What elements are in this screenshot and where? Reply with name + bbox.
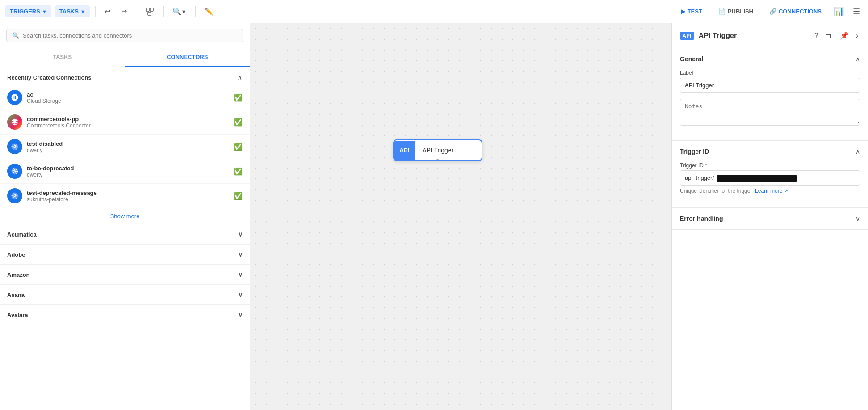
- triggers-button[interactable]: TRIGGERS ▼: [5, 5, 51, 17]
- trigger-id-section: Trigger ID ∧ Trigger ID * api_trigger/ U…: [672, 141, 868, 208]
- settings-button[interactable]: ✏️: [201, 4, 217, 18]
- category-avalara[interactable]: Avalara ∨: [0, 305, 250, 325]
- panel-title: API Trigger: [699, 32, 808, 40]
- chevron-down-icon: ∨: [238, 251, 243, 258]
- connection-sub: qwerty: [27, 172, 229, 178]
- tab-connectors[interactable]: CONNECTORS: [125, 48, 250, 67]
- undo-button[interactable]: ↩: [101, 4, 114, 18]
- general-title: General: [680, 55, 703, 63]
- category-label: Acumatica: [7, 231, 37, 238]
- separator-1: [95, 6, 96, 17]
- trigger-id-row: api_trigger/: [680, 170, 860, 186]
- recently-created-header[interactable]: Recently Created Connections ∧: [0, 67, 250, 85]
- main-layout: 🔍 TASKS CONNECTORS Recently Created Conn…: [0, 23, 868, 410]
- connection-name: test-deprecated-message: [27, 190, 229, 196]
- trigger-id-value: [717, 171, 860, 185]
- list-item[interactable]: ac Cloud Storage ✅: [0, 85, 250, 110]
- show-more-link[interactable]: Show more: [0, 208, 250, 224]
- publish-label: PUBLISH: [728, 8, 753, 15]
- status-badge: ✅: [234, 93, 243, 102]
- publish-icon: 📄: [718, 8, 725, 15]
- category-asana[interactable]: Asana ∨: [0, 285, 250, 305]
- recently-created-title: Recently Created Connections: [7, 74, 92, 81]
- connection-icon-ac: [7, 90, 22, 105]
- label-input[interactable]: [680, 78, 860, 93]
- wand-icon: ✏️: [205, 7, 214, 16]
- category-amazon[interactable]: Amazon ∨: [0, 265, 250, 285]
- test-button[interactable]: ▶ TEST: [675, 5, 709, 17]
- chevron-down-icon: ∨: [238, 291, 243, 298]
- layout-button[interactable]: [142, 4, 158, 19]
- error-handling-header[interactable]: Error handling ∨: [672, 208, 868, 229]
- trigger-id-header[interactable]: Trigger ID ∧: [672, 141, 868, 162]
- connection-name: commercetools-pp: [27, 116, 229, 123]
- connection-icon-commercetools: [7, 114, 22, 130]
- analytics-button[interactable]: 📊: [831, 5, 847, 18]
- category-adobe[interactable]: Adobe ∨: [0, 245, 250, 265]
- redo-button[interactable]: ↪: [117, 4, 130, 18]
- sidebar: 🔍 TASKS CONNECTORS Recently Created Conn…: [0, 23, 250, 410]
- api-trigger-badge: API: [394, 141, 415, 160]
- trigger-id-masked: [717, 175, 797, 182]
- separator-3: [163, 6, 164, 17]
- right-panel: API API Trigger ? 🗑 📌 › General ∧ Label: [671, 23, 868, 410]
- panel-header-icons: ? 🗑 📌 ›: [813, 30, 860, 41]
- connection-name: to-be-deprecated: [27, 165, 229, 172]
- expand-button[interactable]: ›: [854, 30, 860, 41]
- menu-button[interactable]: ☰: [850, 5, 863, 18]
- chevron-up-icon: ∧: [855, 148, 860, 155]
- learn-more-link[interactable]: Learn more ↗: [755, 188, 788, 194]
- list-item[interactable]: test-deprecated-message sukruths-petstor…: [0, 184, 250, 208]
- list-item[interactable]: to-be-deprecated qwerty ✅: [0, 159, 250, 184]
- connection-sub: Commercetools Connector: [27, 123, 229, 129]
- category-label: Asana: [7, 292, 25, 298]
- recently-created-section: Recently Created Connections ∧ ac Cloud …: [0, 67, 250, 224]
- category-label: Avalara: [7, 312, 28, 318]
- tasks-button[interactable]: TASKS ▼: [55, 5, 90, 17]
- status-badge: ✅: [234, 192, 243, 200]
- general-header[interactable]: General ∧: [672, 48, 868, 70]
- trigger-id-label: Trigger ID *: [680, 162, 860, 169]
- canvas-area[interactable]: API API Trigger: [250, 23, 671, 410]
- connection-info-test-deprecated: test-deprecated-message sukruths-petstor…: [27, 190, 229, 203]
- general-body: Label: [672, 70, 868, 140]
- status-badge: ✅: [234, 118, 243, 127]
- zoom-button[interactable]: 🔍 ▼: [169, 4, 190, 18]
- chevron-down-icon: ∨: [238, 231, 243, 238]
- list-item[interactable]: test-disabled qwerty ✅: [0, 135, 250, 159]
- separator-2: [136, 6, 136, 17]
- triggers-chevron-icon: ▼: [42, 9, 47, 14]
- svg-rect-1: [150, 8, 153, 11]
- connections-label: CONNECTIONS: [779, 8, 822, 15]
- svg-rect-2: [148, 12, 151, 15]
- api-badge: API: [680, 32, 694, 40]
- label-field: Label: [680, 70, 860, 93]
- help-button[interactable]: ?: [813, 30, 820, 41]
- connection-icon-to-be-deprecated: [7, 164, 22, 179]
- search-input[interactable]: [23, 32, 238, 39]
- trigger-id-hint: Unique identifier for the trigger Learn …: [680, 188, 860, 194]
- list-item[interactable]: commercetools-pp Commercetools Connector…: [0, 110, 250, 135]
- connection-name: ac: [27, 91, 229, 98]
- zoom-chevron-icon: ▼: [181, 9, 186, 14]
- notes-textarea[interactable]: [680, 99, 860, 126]
- api-trigger-node[interactable]: API API Trigger: [393, 139, 482, 161]
- delete-button[interactable]: 🗑: [824, 30, 834, 41]
- connections-button[interactable]: 🔗 CONNECTIONS: [763, 5, 828, 17]
- trigger-id-title: Trigger ID: [680, 148, 709, 155]
- publish-button[interactable]: 📄 PUBLISH: [712, 5, 759, 17]
- topbar-right: ▶ TEST 📄 PUBLISH 🔗 CONNECTIONS 📊 ☰: [675, 5, 863, 18]
- category-acumatica[interactable]: Acumatica ∨: [0, 224, 250, 245]
- chevron-up-icon: ∧: [855, 55, 860, 63]
- search-icon: 🔍: [12, 32, 19, 39]
- connection-name: test-disabled: [27, 140, 229, 147]
- separator-4: [195, 6, 196, 17]
- test-play-icon: ▶: [681, 8, 685, 15]
- pin-button[interactable]: 📌: [838, 30, 851, 41]
- tab-tasks[interactable]: TASKS: [0, 48, 125, 67]
- api-trigger-label: API Trigger: [415, 140, 461, 160]
- connection-sub: sukruths-petstore: [27, 196, 229, 203]
- right-panel-header: API API Trigger ? 🗑 📌 ›: [672, 23, 868, 48]
- collapse-icon: ∧: [237, 73, 243, 82]
- connection-info-ac: ac Cloud Storage: [27, 91, 229, 104]
